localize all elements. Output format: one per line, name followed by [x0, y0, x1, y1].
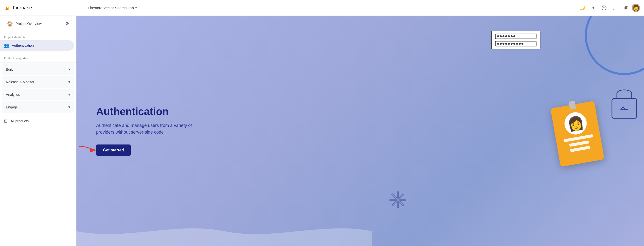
app-body: 🏠 Project Overview ⚙ Project shortcuts 👥… [0, 16, 644, 246]
notification-button[interactable] [621, 3, 631, 13]
all-products-item[interactable]: ⊞ All products [0, 115, 76, 127]
main-text-area: Authentication Authenticate and manage u… [76, 91, 214, 171]
login-username-field [495, 34, 536, 39]
id-card-avatar: 👩 [563, 111, 588, 136]
get-started-button[interactable]: Get started [96, 145, 131, 156]
login-form-illustration [491, 31, 540, 49]
page-description: Authenticate and manage users from a var… [96, 122, 195, 136]
project-overview-label: Project Overview [16, 22, 58, 26]
top-nav-left: Firebase [4, 5, 80, 11]
engage-chevron-icon: ▾ [68, 105, 70, 109]
avatar-image: 👩 [633, 5, 639, 11]
user-avatar[interactable]: 👩 [632, 4, 640, 12]
grid-icon: ⊞ [4, 118, 8, 124]
analytics-label: Analytics [6, 93, 20, 97]
settings-icon[interactable]: ⚙ [65, 21, 69, 26]
firebase-logo[interactable]: Firebase [4, 5, 32, 11]
top-navigation: Firebase Firestore Vector Search Lab ▾ 🌙… [0, 0, 644, 16]
help-button[interactable]: ? [599, 3, 609, 13]
svg-text:?: ? [603, 6, 605, 10]
build-label: Build [6, 67, 14, 71]
authentication-icon: 👥 [4, 43, 9, 48]
authentication-label: Authentication [12, 44, 34, 47]
dark-mode-button[interactable]: 🌙 [578, 3, 587, 13]
firebase-title: Firebase [13, 5, 32, 11]
chat-icon [612, 6, 617, 10]
asterisk-decoration: ✳ [388, 189, 407, 211]
project-shortcuts-label: Project shortcuts [0, 32, 76, 40]
sidebar-top-section: 🏠 Project Overview ⚙ [0, 16, 76, 32]
project-dropdown-chevron: ▾ [135, 6, 137, 10]
main-content: ✳ 👩 Authentication Authenticate and mana… [76, 16, 644, 246]
project-name: Firestore Vector Search Lab [88, 6, 134, 10]
vertical-divider [62, 21, 62, 26]
lock-illustration [610, 85, 639, 119]
chat-button[interactable] [610, 3, 620, 13]
id-card-line-2 [569, 141, 589, 147]
analytics-chevron-icon: ▾ [68, 92, 70, 97]
red-arrow-annotation [76, 144, 98, 156]
build-chevron-icon: ▾ [68, 67, 70, 72]
sidebar-categories: Build ▾ Release & Monitor ▾ Analytics ▾ … [0, 62, 76, 114]
help-icon: ? [602, 6, 606, 10]
product-categories-label: Product categories [0, 53, 76, 61]
release-monitor-label: Release & Monitor [6, 80, 34, 84]
sidebar-item-authentication[interactable]: 👥 Authentication [0, 40, 74, 51]
svg-point-2 [626, 6, 628, 8]
button-area: Get started [96, 145, 131, 156]
login-password-field [495, 41, 536, 46]
wave-decoration [76, 216, 372, 246]
sparkle-button[interactable]: ✦ [588, 3, 598, 13]
release-monitor-chevron-icon: ▾ [68, 79, 70, 84]
category-build[interactable]: Build ▾ [2, 63, 74, 75]
home-icon: 🏠 [7, 21, 13, 27]
project-selector[interactable]: Firestore Vector Search Lab ▾ [85, 4, 139, 11]
id-card-person-icon: 👩 [566, 114, 585, 133]
all-products-label: All products [10, 119, 28, 123]
top-nav-right: 🌙 ✦ ? 👩 [578, 3, 640, 13]
project-overview-item[interactable]: 🏠 Project Overview ⚙ [4, 19, 72, 29]
id-card-line-3 [570, 146, 590, 152]
category-analytics[interactable]: Analytics ▾ [2, 89, 74, 100]
category-release-monitor[interactable]: Release & Monitor ▾ [2, 76, 74, 88]
engage-label: Engage [6, 105, 18, 109]
firebase-flame-icon [4, 5, 11, 11]
top-nav-center: Firestore Vector Search Lab ▾ [80, 4, 578, 11]
sidebar: 🏠 Project Overview ⚙ Project shortcuts 👥… [0, 16, 76, 246]
category-engage[interactable]: Engage ▾ [2, 101, 74, 113]
notification-icon [623, 6, 628, 10]
page-title: Authentication [96, 106, 195, 117]
